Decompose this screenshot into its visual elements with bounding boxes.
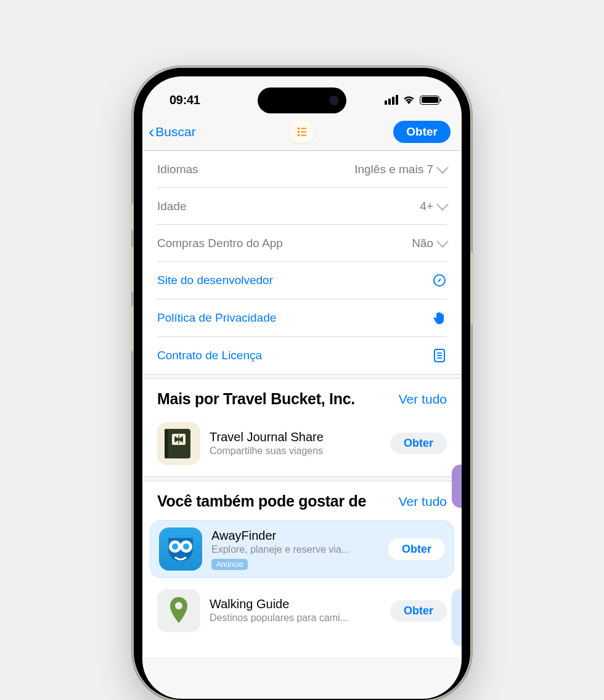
- info-value: 4+: [420, 200, 433, 213]
- svg-point-17: [183, 543, 189, 550]
- app-name: AwayFinder: [211, 528, 379, 543]
- section-divider: [142, 476, 462, 481]
- svg-point-4: [298, 134, 300, 137]
- see-all-button[interactable]: Ver tudo: [399, 492, 447, 509]
- info-label: Idiomas: [157, 163, 198, 176]
- link-privacy-policy[interactable]: Política de Privacidade: [157, 299, 447, 337]
- power-button: [470, 253, 474, 324]
- status-icons: [385, 95, 439, 105]
- app-card-awayfinder-ad[interactable]: AwayFinder Explore, planeje e reserve vi…: [150, 520, 454, 578]
- link-label: Política de Privacidade: [157, 311, 276, 325]
- battery-icon: [420, 96, 439, 105]
- cellular-icon: [385, 95, 398, 105]
- back-label: Buscar: [155, 124, 195, 139]
- chevron-down-icon: [436, 161, 449, 174]
- svg-rect-5: [301, 135, 306, 136]
- nav-bar: ‹ Buscar Obter: [142, 116, 462, 151]
- compass-icon: [432, 273, 447, 288]
- volume-down-button: [130, 306, 134, 351]
- link-license-agreement[interactable]: Contrato de Licença: [157, 337, 447, 374]
- back-button[interactable]: ‹ Buscar: [149, 123, 196, 140]
- app-icon: [157, 589, 200, 632]
- wifi-icon: [402, 96, 415, 105]
- app-subtitle: Explore, planeje e reserve via...: [211, 543, 379, 556]
- hand-icon: [432, 311, 447, 325]
- dynamic-island: [258, 88, 346, 113]
- info-label: Compras Dentro do App: [157, 237, 283, 250]
- link-label: Site do desenvolvedor: [157, 274, 273, 287]
- app-name: Travel Journal Share: [210, 429, 381, 445]
- app-icon: [159, 527, 202, 571]
- svg-rect-18: [179, 545, 182, 548]
- info-value: Não: [412, 237, 433, 250]
- svg-rect-3: [301, 131, 306, 132]
- section-title: Mais por Travel Bucket, Inc.: [157, 390, 355, 409]
- app-title-icon: [291, 121, 313, 143]
- get-button[interactable]: Obter: [390, 600, 447, 622]
- next-ad-peek[interactable]: [452, 589, 462, 646]
- chevron-left-icon: ‹: [149, 123, 154, 140]
- status-time: 09:41: [169, 93, 200, 107]
- app-card-travel-journal[interactable]: Travel Journal Share Compartilhe suas vi…: [157, 418, 447, 476]
- svg-rect-1: [301, 128, 306, 129]
- info-row-age[interactable]: Idade 4+: [157, 188, 447, 225]
- phone-frame: 09:41 ‹ Buscar: [134, 68, 470, 700]
- app-name: Walking Guide: [210, 596, 381, 612]
- more-by-developer-section: Mais por Travel Bucket, Inc. Ver tudo Tr…: [142, 379, 462, 476]
- screen: 09:41 ‹ Buscar: [142, 76, 462, 699]
- section-divider: [142, 374, 462, 379]
- you-might-also-like-section: Você também pode gostar de Ver tudo: [142, 481, 462, 657]
- svg-point-19: [175, 602, 182, 609]
- document-icon: [432, 348, 447, 363]
- get-button[interactable]: Obter: [388, 539, 445, 560]
- see-all-button[interactable]: Ver tudo: [399, 390, 447, 407]
- link-developer-site[interactable]: Site do desenvolvedor: [157, 262, 447, 299]
- info-label: Idade: [157, 200, 187, 213]
- info-row-languages[interactable]: Idiomas Inglês e mais 7: [157, 151, 447, 188]
- get-button[interactable]: Obter: [390, 433, 447, 454]
- next-app-peek[interactable]: [452, 465, 462, 508]
- get-button[interactable]: Obter: [393, 121, 451, 143]
- svg-point-0: [298, 128, 300, 130]
- app-info-section: Idiomas Inglês e mais 7 Idade 4+ Compras…: [142, 151, 462, 374]
- front-camera: [329, 96, 339, 105]
- chevron-down-icon: [436, 198, 449, 211]
- volume-up-button: [130, 246, 134, 292]
- silence-switch: [130, 203, 134, 230]
- svg-point-16: [172, 543, 178, 550]
- svg-point-2: [298, 131, 300, 133]
- app-icon: [157, 422, 200, 465]
- app-subtitle: Destinos populares para cami...: [210, 612, 381, 625]
- link-label: Contrato de Licença: [157, 349, 262, 362]
- info-value: Inglês e mais 7: [354, 163, 433, 176]
- svg-rect-12: [165, 429, 168, 458]
- app-subtitle: Compartilhe suas viagens: [210, 445, 381, 458]
- app-card-walking-guide[interactable]: Walking Guide Destinos populares para ca…: [157, 585, 447, 657]
- chevron-down-icon: [436, 235, 449, 248]
- info-row-iap[interactable]: Compras Dentro do App Não: [157, 225, 447, 262]
- ad-badge: Anúncio: [211, 559, 248, 570]
- section-title: Você também pode gostar de: [157, 492, 366, 511]
